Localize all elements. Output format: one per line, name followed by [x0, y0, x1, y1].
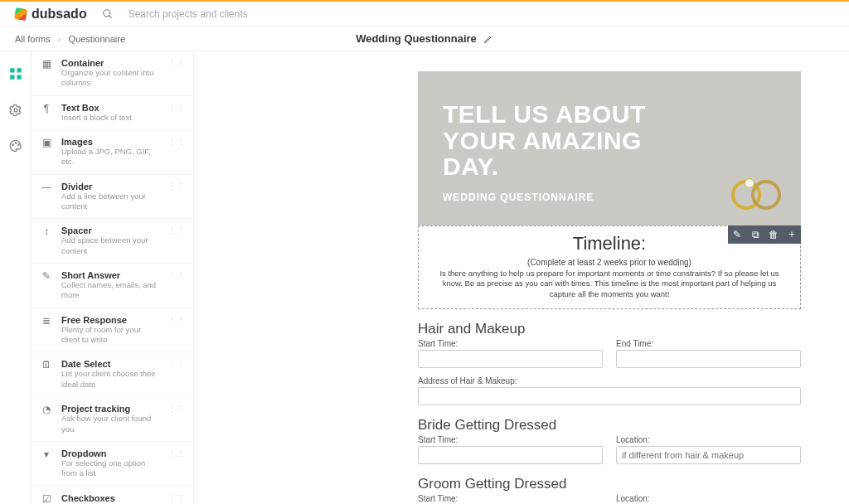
- block-title: Spacer: [61, 225, 160, 235]
- svg-point-8: [15, 143, 16, 143]
- block-title: Container: [61, 58, 160, 68]
- blocks-palette: ▦ContainerOrganize your content into col…: [32, 51, 194, 504]
- delete-icon[interactable]: 🗑: [764, 225, 783, 244]
- bride-start-input[interactable]: [418, 446, 603, 464]
- timeline-block[interactable]: ✎ ⧉ 🗑 ＋ Timeline: (Complete at least 2 w…: [418, 225, 801, 309]
- block-icon: ✎: [40, 270, 53, 282]
- breadcrumb: All forms › Questionnaire: [15, 34, 125, 44]
- timeline-note: (Complete at least 2 weeks prior to wedd…: [429, 258, 790, 267]
- rings-image: [731, 180, 786, 213]
- bride-heading: Bride Getting Dressed: [418, 417, 801, 434]
- block-item[interactable]: ◔Project trackingAsk how your client fou…: [32, 397, 193, 442]
- hero-title: TELL US ABOUT YOUR AMAZING DAY.: [443, 101, 776, 180]
- bride-loc-input[interactable]: [616, 446, 801, 464]
- block-icon: 🗓: [40, 359, 53, 371]
- svg-rect-2: [10, 68, 14, 72]
- drag-handle-icon[interactable]: ⋮⋮: [168, 137, 185, 146]
- theme-tab-icon[interactable]: [9, 139, 22, 155]
- block-item[interactable]: 🗓Date SelectLet your client choose their…: [32, 352, 193, 397]
- block-title: Short Answer: [61, 270, 160, 280]
- page-title: Wedding Questionnaire: [356, 32, 493, 45]
- block-title: Text Box: [61, 103, 160, 113]
- tool-rail: [0, 51, 32, 504]
- block-desc: For selecting one option from a list: [61, 458, 160, 479]
- logo-icon: [15, 8, 27, 20]
- block-item[interactable]: ✎Short AnswerCollect names, emails, and …: [32, 264, 193, 308]
- block-desc: Ask how your client found you: [61, 414, 160, 434]
- drag-handle-icon[interactable]: ⋮⋮: [168, 315, 185, 324]
- svg-rect-3: [17, 68, 21, 72]
- block-item[interactable]: ▾DropdownFor selecting one option from a…: [32, 442, 193, 487]
- hero-subtitle: WEDDING QUESTIONNAIRE: [443, 191, 776, 203]
- hair-heading: Hair and Makeup: [418, 321, 801, 337]
- block-title: Project tracking: [61, 404, 160, 414]
- bride-start-label: Start Time:: [418, 435, 603, 444]
- hair-start-input[interactable]: [418, 350, 603, 368]
- hair-addr-input[interactable]: [418, 387, 801, 405]
- settings-tab-icon[interactable]: [9, 104, 22, 119]
- groom-loc-label: Location:: [616, 494, 801, 503]
- drag-handle-icon[interactable]: ⋮⋮: [168, 103, 185, 112]
- chevron-right-icon: ›: [58, 34, 61, 44]
- bride-loc-label: Location:: [616, 435, 801, 444]
- block-desc: Let your client choose their ideal date: [61, 369, 160, 390]
- page-title-text: Wedding Questionnaire: [356, 32, 477, 45]
- block-icon: ◔: [40, 404, 53, 415]
- block-item[interactable]: ▣ImagesUpload a JPG, PNG, GIF, etc.⋮⋮: [32, 130, 193, 175]
- hair-start-label: Start Time:: [418, 339, 603, 348]
- drag-handle-icon[interactable]: ⋮⋮: [168, 493, 185, 502]
- groom-section: Groom Getting Dressed Start Time: Locati…: [418, 476, 801, 504]
- brand-logo[interactable]: dubsado: [0, 7, 102, 22]
- top-bar: dubsado Search projects and clients: [0, 0, 849, 27]
- drag-handle-icon[interactable]: ⋮⋮: [168, 359, 185, 368]
- svg-point-9: [17, 144, 18, 145]
- block-item[interactable]: ↕SpacerAdd space between your content⋮⋮: [32, 219, 193, 264]
- block-icon: ▣: [40, 137, 53, 148]
- block-icon: ¶: [40, 103, 53, 114]
- drag-handle-icon[interactable]: ⋮⋮: [168, 270, 185, 279]
- block-item[interactable]: ▦ContainerOrganize your content into col…: [32, 51, 193, 96]
- blocks-tab-icon[interactable]: [8, 66, 23, 84]
- breadcrumb-current: Questionnaire: [69, 34, 126, 44]
- pencil-icon[interactable]: [483, 34, 493, 44]
- block-icon: ▦: [40, 58, 53, 70]
- svg-point-0: [103, 9, 109, 16]
- block-title: Images: [61, 137, 160, 147]
- workspace: ▦ContainerOrganize your content into col…: [0, 51, 849, 504]
- drag-handle-icon[interactable]: ⋮⋮: [168, 448, 185, 458]
- block-title: Free Response: [61, 315, 160, 325]
- drag-handle-icon[interactable]: ⋮⋮: [168, 404, 185, 413]
- block-title: Date Select: [61, 359, 160, 369]
- block-title: Checkboxes: [61, 493, 160, 503]
- form-canvas: TELL US ABOUT YOUR AMAZING DAY. WEDDING …: [194, 51, 849, 504]
- block-item[interactable]: ¶Text BoxInsert a block of text⋮⋮: [32, 96, 193, 130]
- breadcrumb-root[interactable]: All forms: [15, 34, 51, 44]
- svg-line-1: [109, 15, 111, 17]
- block-title: Divider: [61, 182, 160, 191]
- block-item[interactable]: —DividerAdd a line between your content⋮…: [32, 175, 193, 220]
- block-item[interactable]: ≣Free ResponsePlenty of room for your cl…: [32, 308, 193, 353]
- block-item[interactable]: ☑CheckboxesFor checking off multiple opt…: [32, 487, 193, 504]
- global-search[interactable]: Search projects and clients: [102, 8, 367, 20]
- drag-handle-icon[interactable]: ⋮⋮: [168, 182, 185, 191]
- block-icon: ≣: [40, 315, 53, 327]
- hair-addr-label: Address of Hair & Makeup:: [418, 376, 801, 385]
- add-icon[interactable]: ＋: [783, 225, 801, 244]
- block-desc: Organize your content into columns: [61, 68, 160, 89]
- block-desc: Add a line between your content: [61, 191, 160, 212]
- search-placeholder: Search projects and clients: [129, 8, 248, 20]
- hero-banner[interactable]: TELL US ABOUT YOUR AMAZING DAY. WEDDING …: [418, 71, 801, 226]
- drag-handle-icon[interactable]: ⋮⋮: [168, 58, 185, 67]
- search-icon: [102, 8, 114, 20]
- edit-icon[interactable]: ✎: [728, 225, 746, 244]
- timeline-body: Is there anything to help us prepare for…: [429, 269, 790, 300]
- block-title: Dropdown: [61, 448, 160, 458]
- brand-name: dubsado: [32, 7, 87, 22]
- svg-rect-4: [10, 75, 14, 80]
- block-icon: —: [40, 182, 53, 193]
- duplicate-icon[interactable]: ⧉: [746, 225, 764, 244]
- block-icon: ☑: [40, 493, 53, 504]
- drag-handle-icon[interactable]: ⋮⋮: [168, 225, 185, 235]
- svg-point-6: [14, 109, 17, 112]
- hair-end-input[interactable]: [616, 350, 801, 368]
